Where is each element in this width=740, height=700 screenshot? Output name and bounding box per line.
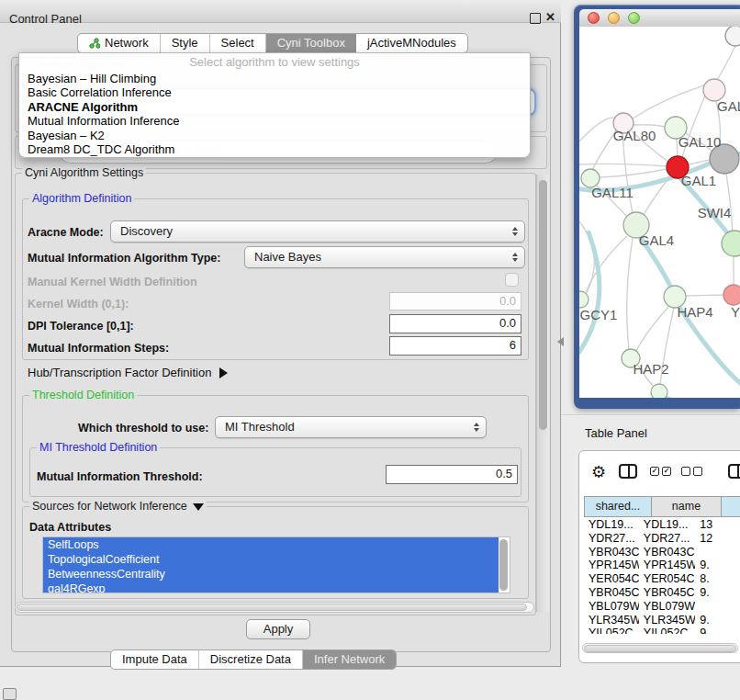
table-cell: YDL19...	[584, 518, 639, 532]
combo-arrows-icon	[512, 253, 518, 262]
algorithm-option[interactable]: Basic Correlation Inference	[19, 85, 530, 99]
aracne-mode-value: Discovery	[120, 224, 173, 238]
table-cell: 12	[695, 532, 740, 546]
table-cell: YDL19...	[639, 518, 695, 532]
mi-algorithm-type-value: Naive Bayes	[254, 250, 321, 264]
float-window-icon[interactable]	[530, 13, 541, 24]
network-node-y[interactable]	[723, 285, 740, 305]
tab-cyni-toolbox[interactable]: Cyni Toolbox	[266, 34, 356, 52]
column-layout-icon[interactable]	[619, 464, 637, 479]
table-row[interactable]: YPR145WYPR145W9.	[584, 559, 740, 572]
network-edge	[622, 133, 633, 213]
tab-label: Cyni Toolbox	[277, 34, 345, 52]
network-edge	[633, 125, 665, 127]
sources-title-text: Sources for Network Inference	[32, 500, 187, 513]
table-cell: YBR043C	[639, 546, 695, 559]
aracne-mode-select[interactable]: Discovery	[110, 220, 525, 243]
kernel-width-field[interactable]: 0.0	[389, 292, 521, 310]
settings-vertical-scrollbar[interactable]	[536, 175, 549, 612]
network-edge-highlighted	[662, 396, 740, 398]
aracne-mode-label: Aracne Mode:	[28, 226, 104, 239]
data-attribute-item[interactable]: gal4RGexp	[43, 581, 499, 593]
network-node-label: HAP2	[633, 361, 668, 377]
table-cell: YLR345W	[639, 614, 695, 627]
mac-minimize-icon[interactable]	[608, 12, 620, 24]
list-scrollbar[interactable]	[499, 539, 508, 591]
hub-definition-expander[interactable]: Hub/Transcription Factor Definition	[28, 366, 228, 379]
network-node-gcy1[interactable]	[579, 291, 589, 308]
table-row[interactable]: YDR27...YDR27...12	[584, 532, 740, 546]
table-cell: YBR043C	[584, 546, 639, 559]
algorithm-option[interactable]: ARACNE Algorithm	[19, 100, 530, 114]
mode-tab-discretize-data[interactable]: Discretize Data	[199, 650, 303, 669]
window-grip-icon[interactable]	[3, 688, 17, 700]
table-cell: YPR145W	[639, 559, 695, 572]
mi-steps-field[interactable]: 6	[389, 336, 521, 356]
which-threshold-value: MI Threshold	[225, 420, 295, 434]
algorithm-option[interactable]: Mutual Information Inference	[19, 114, 530, 128]
table-row[interactable]: YBL079WYBL079W	[584, 600, 740, 614]
table-row[interactable]: YIL052CYIL052C9	[584, 627, 740, 634]
sources-group-title[interactable]: Sources for Network Inference	[29, 500, 207, 513]
tab-network[interactable]: Network	[78, 34, 161, 52]
table-row[interactable]: YBR043CYBR043C	[584, 546, 740, 559]
table-row[interactable]: YER054CYER054C8.	[584, 572, 740, 586]
table-header-row: shared...nameA	[584, 496, 740, 517]
tab-style[interactable]: Style	[161, 34, 210, 52]
apply-button[interactable]: Apply	[246, 619, 310, 639]
data-attribute-item[interactable]: SelfLoops	[43, 537, 499, 552]
tab-select[interactable]: Select	[210, 34, 266, 52]
settings-horizontal-scrollbar[interactable]	[15, 602, 534, 613]
tab-label: Infer Network	[314, 650, 385, 669]
control-panel-titlebar	[0, 0, 561, 23]
mode-tab-impute-data[interactable]: Impute Data	[111, 650, 199, 669]
deselect-all-checkboxes-icon[interactable]	[681, 467, 702, 476]
close-icon[interactable]: ✕	[545, 10, 555, 24]
mac-zoom-icon[interactable]	[628, 12, 640, 24]
mi-algorithm-type-select[interactable]: Naive Bayes	[244, 246, 525, 268]
gear-icon[interactable]: ⚙	[591, 464, 606, 480]
table-cell: YBL079W	[584, 600, 639, 614]
network-edge	[636, 306, 669, 351]
which-threshold-select[interactable]: MI Threshold	[215, 416, 487, 438]
table-row[interactable]: YLR345WYLR345W9.	[584, 614, 740, 627]
algorithm-option[interactable]: Bayesian – Hill Climbing	[19, 72, 530, 85]
data-attribute-item[interactable]: BetweennessCentrality	[43, 567, 499, 581]
mi-threshold-field[interactable]: 0.5	[386, 465, 518, 484]
screen: { "panel": {"title": "Control Panel"}, "…	[0, 0, 740, 700]
dpi-tolerance-field[interactable]: 0.0	[389, 314, 521, 333]
panel-title: Control Panel	[9, 12, 82, 26]
table-cell: YER054C	[584, 572, 639, 586]
network-canvas[interactable]: GALGAL80GAL10GAL1GAL11SWI4GAL4HAP4YGCY1H…	[579, 27, 740, 398]
table-cell: YDR27...	[639, 532, 695, 546]
which-threshold-label: Which threshold to use:	[78, 422, 208, 435]
network-node-label: SWI4	[698, 205, 732, 220]
network-node[interactable]	[725, 27, 740, 46]
network-icon	[89, 38, 100, 49]
mode-tab-infer-network[interactable]: Infer Network	[303, 650, 396, 669]
splitter-collapse-icon[interactable]	[557, 337, 564, 346]
tab-jactivemnodules[interactable]: jActiveMNodules	[356, 34, 467, 52]
table-column-header[interactable]: name	[652, 496, 722, 517]
table-row[interactable]: YBR045CYBR045C9.	[584, 586, 740, 600]
table-cell: 13	[695, 518, 740, 532]
manual-kernel-width-checkbox[interactable]	[505, 273, 519, 287]
table-column-header[interactable]: shared...	[584, 496, 652, 517]
network-node-label: Y	[731, 304, 740, 320]
table-horizontal-scrollbar[interactable]	[582, 643, 738, 653]
select-all-checkboxes-icon[interactable]: ✓✓	[650, 467, 671, 476]
network-node[interactable]	[651, 384, 667, 398]
table-column-header[interactable]: A	[722, 496, 740, 517]
combo-arrows-icon	[474, 423, 479, 432]
table-row[interactable]: YDL19...YDL19...13	[584, 518, 740, 532]
mac-close-icon[interactable]	[588, 12, 600, 24]
expander-arrow-right-icon	[219, 367, 228, 378]
data-attributes-list: SelfLoopsTopologicalCoefficientBetweenne…	[42, 536, 510, 593]
table-cell	[695, 546, 740, 559]
network-window-titlebar	[579, 9, 740, 27]
network-node-swi4[interactable]	[722, 231, 740, 256]
algorithm-option[interactable]: Dream8 DC_TDC Algorithm	[19, 142, 530, 156]
data-attribute-item[interactable]: TopologicalCoefficient	[43, 552, 499, 567]
table-options-icon[interactable]	[728, 464, 740, 479]
algorithm-option[interactable]: Bayesian – K2	[19, 129, 530, 142]
